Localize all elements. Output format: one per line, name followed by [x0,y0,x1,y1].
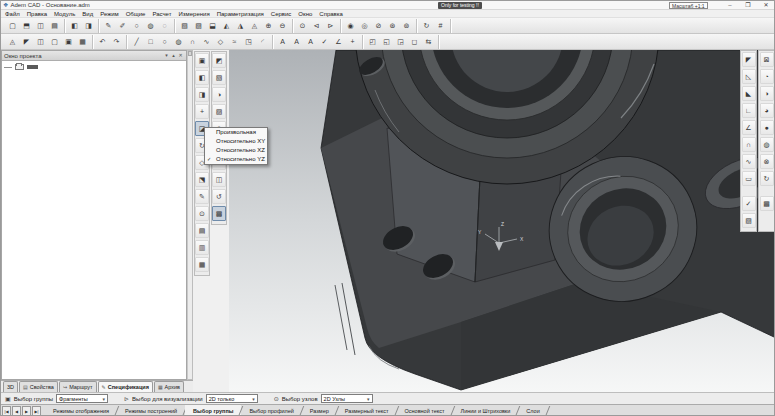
panel-collapse-icon[interactable]: ▾ [163,51,170,60]
copy-sheet-icon[interactable]: ▣ [62,35,75,48]
texture-map-icon[interactable]: ▨ [212,104,226,119]
text-subscript-icon[interactable]: A [290,35,303,48]
confirm-icon[interactable]: ✓ [318,35,331,48]
tab-3d[interactable]: 3D [3,381,18,392]
context-menu-item-arbitrary[interactable]: Произвольная [205,128,267,137]
mode-tab-construction-modes[interactable]: Режимы построений [117,405,185,416]
menu-item-edit[interactable]: Правка [27,10,47,18]
fill-half-icon[interactable]: ◑ [760,86,774,101]
select-cursor-icon[interactable]: ◤ [742,52,756,67]
menu-item-help[interactable]: Справка [319,10,343,18]
maximize-button[interactable]: ❐ [742,1,754,9]
new-file-icon[interactable]: ▢ [6,19,19,32]
arc-3p-tool-icon[interactable]: ∩ [742,137,756,152]
viewport-canvas[interactable]: Z Y X [229,50,775,392]
close-button[interactable]: ✕ [760,1,772,9]
mode-tab-dimension-text[interactable]: Размерный текст [337,405,397,416]
circle-2pt-tool-icon[interactable]: ◍ [172,35,185,48]
project-panel-scrollbar[interactable] [187,50,193,380]
rotate-pattern-icon[interactable]: ↻ [760,171,774,186]
chamfer-icon[interactable]: ◱ [380,35,393,48]
select-mode-icon[interactable]: ◤ [20,35,33,48]
menu-item-window[interactable]: Окно [298,10,312,18]
pencil-icon[interactable]: ✎ [102,19,115,32]
fill-quarter-icon[interactable]: ◔ [760,69,774,84]
mode-tab-profile-select[interactable]: Выбор профилей [241,405,301,416]
minimize-button[interactable]: – [724,1,736,9]
context-menu-item-relative-xz[interactable]: Относительно XZ [205,146,267,155]
fill-three-quarter-icon[interactable]: ◕ [760,103,774,118]
clear-fill-icon[interactable]: ⊠ [760,52,774,67]
boolean-subtract-icon[interactable]: ⊖ [276,19,289,32]
menu-item-calculation[interactable]: Расчет [152,10,171,18]
menu-item-measurements[interactable]: Измерения [179,10,210,18]
panel-float-icon[interactable]: ▴ [170,51,177,60]
context-menu-item-relative-xy[interactable]: Относительно XY [205,137,267,146]
line-tool-icon[interactable]: ╱ [130,35,143,48]
paste-fragment-icon[interactable]: ◨ [82,19,95,32]
sweep-icon[interactable]: ◮ [234,19,247,32]
tab-archive[interactable]: ▦Архив [154,381,184,392]
extrude-icon[interactable]: ⬓ [206,19,219,32]
catalog-icon[interactable]: ▦ [76,35,89,48]
layer-manager-icon[interactable]: ▧ [212,70,226,85]
trim-extend-icon[interactable]: ⇆ [422,35,435,48]
spline-tool-icon[interactable]: ∿ [200,35,213,48]
text-tool-icon[interactable]: A [276,35,289,48]
materials-icon[interactable]: ⊛ [386,19,399,32]
edge-select-icon[interactable]: ◺ [742,69,756,84]
mode-tab-display-modes[interactable]: Режимы отображения [45,405,117,416]
fillet-tool-icon[interactable]: ◜ [256,35,269,48]
front-view-icon[interactable]: ◫ [212,172,226,187]
tab-route[interactable]: ↪Маршрут [59,381,97,392]
menu-item-file[interactable]: Файл [5,10,20,18]
face-select-icon[interactable]: ◣ [742,86,756,101]
viewport[interactable]: Z Y X ◤◺◣∟∠∩∿▭✓▨ ⊠◔◑◕●◍⊗↻▩ [229,50,775,392]
regenerate-icon[interactable]: ↺ [212,189,226,204]
print-icon[interactable]: ▤ [48,19,61,32]
mode-tab-lines-hatching[interactable]: Линии и Штриховки [453,405,519,416]
move-body-icon[interactable]: + [195,104,209,119]
node-select-dropdown[interactable]: 2D Узлы▾ [321,394,373,403]
zoom-selection-icon[interactable]: ⊙ [195,206,209,221]
save-file-icon[interactable]: ◫ [34,19,47,32]
folder-icon[interactable] [15,64,24,70]
mode-tab-main-text[interactable]: Основной текст [397,405,453,416]
redo-icon[interactable]: ↷ [110,35,123,48]
rect-region-icon[interactable]: ▭ [742,171,756,186]
loft-icon[interactable]: ◬ [248,19,261,32]
grid-snap-icon[interactable]: # [434,19,447,32]
apply-operation-icon[interactable]: ✓ [742,196,756,211]
pattern-fill-icon[interactable]: ▩ [760,196,774,211]
boolean-union-icon[interactable]: ⊕ [262,19,275,32]
menu-item-view[interactable]: Вид [82,10,93,18]
save-state-icon[interactable]: ◫ [34,35,47,48]
mode-tab-layers[interactable]: Слои [518,405,547,416]
rotate-view-icon[interactable]: ↻ [420,19,433,32]
node-insert-icon[interactable]: + [346,35,359,48]
select-body-icon[interactable]: ▣ [195,53,209,68]
tab-properties[interactable]: ▤Свойства [19,381,58,392]
curve-tool-icon[interactable]: ≈ [228,35,241,48]
menu-item-service[interactable]: Сервис [271,10,292,18]
mode-tab-dimension[interactable]: Размер [302,405,337,416]
sheet-3d-icon[interactable]: ▥ [195,240,209,255]
surface-tool-icon[interactable]: ◍ [144,19,157,32]
arc-tool-icon[interactable]: ∩ [186,35,199,48]
menu-item-parametrization[interactable]: Параметризация [217,10,264,18]
offset-contour-icon[interactable]: ◻ [408,35,421,48]
hatch-fill-icon[interactable]: ▨ [742,213,756,228]
measure-icon[interactable]: ⊘ [372,19,385,32]
new-sheet-icon[interactable]: ▢ [48,35,61,48]
fill-solid-icon[interactable]: ● [760,120,774,135]
prev-state-icon[interactable]: ⊲ [310,19,323,32]
tab-nav-button-2[interactable]: ◀ [12,406,21,416]
shading-tool-icon[interactable]: ◌ [158,19,171,32]
active-tool-icon[interactable]: ▩ [212,206,226,221]
polyline-3d-icon[interactable]: ∟ [742,103,756,118]
update-model-icon[interactable]: ◉ [344,19,357,32]
scrollbar-thumb[interactable] [188,51,192,56]
text-italic-icon[interactable]: A [304,35,317,48]
menu-item-mode[interactable]: Режим [100,10,119,18]
circle-tool-icon[interactable]: ○ [158,35,171,48]
